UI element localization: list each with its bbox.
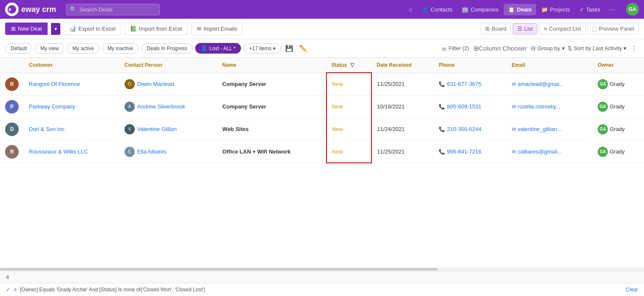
filter-label: Filter (2) <box>448 45 469 51</box>
save-view-button[interactable]: 💾 <box>284 43 295 54</box>
scrollbar-thumb[interactable] <box>0 268 438 270</box>
status-value: New <box>332 148 343 155</box>
filter-chip[interactable]: ⚌ Filter (2) <box>442 45 469 51</box>
export-excel-button[interactable]: 📊 Export to Excel <box>64 23 121 35</box>
nav-contacts[interactable]: 👤 Contacts <box>417 4 457 15</box>
customer-link[interactable]: Dorl & Son Inc <box>29 126 65 132</box>
column-chooser-button[interactable]: ⊞ Column Chooser <box>472 43 529 54</box>
import-emails-button[interactable]: ✉ Import Emails <box>191 23 243 35</box>
chevron-down-icon: ▾ <box>562 45 565 51</box>
export-icon: 📊 <box>69 26 76 32</box>
email-cell: ✉amaclead@gmai... <box>507 73 593 95</box>
email-icon: ✉ <box>512 81 516 87</box>
customer-link[interactable]: Rousseaux & Willis LLC <box>29 148 88 155</box>
email-link[interactable]: amaclead@gmai... <box>518 81 564 87</box>
contact-avatar: A <box>125 102 135 112</box>
filter-bar: Default My view My active My inactive De… <box>0 39 644 58</box>
filter-my-view[interactable]: My view <box>35 43 64 54</box>
group-by-chip[interactable]: ⊟ Group by ▾ <box>531 45 565 51</box>
customer-avatar: P <box>5 100 19 114</box>
avatar-initials: GA <box>629 6 636 12</box>
nav-companies[interactable]: 🏢 Companies <box>457 4 503 15</box>
more-options-button[interactable]: ⋮ <box>629 43 639 54</box>
new-deal-dropdown-button[interactable]: ▾ <box>51 23 60 35</box>
contact-person-cell: EElla Albares <box>119 140 217 163</box>
email-link[interactable]: calbares@gmail... <box>518 148 562 155</box>
filter-indicator-icon: ▽ <box>350 62 354 68</box>
board-view-button[interactable]: ⊞ Board <box>480 23 511 34</box>
list-view-button[interactable]: ☰ List <box>513 23 537 34</box>
search-input[interactable] <box>66 4 160 15</box>
table-row: RRangoni Of FlorenceOOwen MacleadCompany… <box>0 73 644 95</box>
filter-my-active[interactable]: My active <box>67 43 99 54</box>
app-logo[interactable]: e eway crm <box>5 3 56 16</box>
compact-list-button[interactable]: ≡ Compact List <box>539 23 585 34</box>
group-by-label: Group by <box>537 45 560 51</box>
nav-tasks[interactable]: ✓ Tasks <box>575 4 604 15</box>
new-deal-button[interactable]: ⊞ New Deal <box>5 23 48 35</box>
status-cell: New <box>326 140 372 163</box>
deal-name-cell: Web Sites <box>217 118 326 140</box>
col-customer[interactable]: Customer <box>24 58 119 73</box>
col-name[interactable]: Name <box>217 58 326 73</box>
toolbar: ⊞ New Deal ▾ 📊 Export to Excel 📗 Import … <box>0 19 644 39</box>
chevron-down-icon: ▾ <box>54 26 57 32</box>
customer-link[interactable]: Parkway Company <box>29 103 75 110</box>
phone-link[interactable]: 631-677-3675 <box>447 81 481 87</box>
email-icon: ✉ <box>512 126 516 132</box>
clear-filter-button[interactable]: Clear <box>626 287 638 293</box>
nav-home[interactable]: ⌂ <box>405 4 417 15</box>
check-icon: ✓ <box>6 287 10 293</box>
deal-name: Company Server <box>222 103 266 110</box>
col-date-received[interactable]: Date Received <box>372 58 434 73</box>
contact-link[interactable]: Owen Maclead <box>137 81 174 87</box>
phone-icon: 📞 <box>439 149 445 155</box>
owner-cell: GAGrady <box>593 73 644 95</box>
nav-more[interactable]: ⋯ <box>605 4 619 15</box>
filter-lost-all[interactable]: 👤 Lost - ALL * <box>195 43 241 54</box>
email-cell: ✉rozella.ostrosky... <box>507 95 593 118</box>
phone-link[interactable]: 956-841-7216 <box>447 148 481 155</box>
phone-icon: 📞 <box>439 104 445 110</box>
customer-avatar: D <box>5 122 19 136</box>
email-link[interactable]: valentine_gillian... <box>518 126 562 132</box>
col-owner[interactable]: Owner <box>593 58 644 73</box>
phone-link[interactable]: 805-609-1531 <box>447 103 481 110</box>
status-value: New <box>332 81 343 87</box>
count-bar: 4 <box>0 271 644 283</box>
contact-link[interactable]: Valentine Gillian <box>137 126 177 132</box>
owner-name: Grady <box>610 148 624 155</box>
col-contact-person[interactable]: Contact Person <box>119 58 217 73</box>
filter-default[interactable]: Default <box>5 43 32 54</box>
customer-link[interactable]: Rangoni Of Florence <box>29 81 80 87</box>
owner-avatar: GA <box>598 79 608 89</box>
col-email[interactable]: Email <box>507 58 593 73</box>
avatar[interactable]: GA <box>626 3 639 16</box>
nav-projects[interactable]: 📁 Projects <box>537 4 574 15</box>
sort-by-chip[interactable]: ⇅ Sort by Last Activity ▾ <box>567 45 627 51</box>
edit-view-button[interactable]: ✏️ <box>298 43 309 54</box>
col-avatar <box>0 58 24 73</box>
table-row: DDorl & Son IncVValentine GillianWeb Sit… <box>0 118 644 140</box>
filter-more-items[interactable]: +17 items ▾ <box>244 43 281 54</box>
filter-deals-in-progress[interactable]: Deals In Progress <box>141 43 193 54</box>
filter-my-inactive[interactable]: My inactive <box>102 43 139 54</box>
col-status[interactable]: Status ▽ <box>326 58 372 73</box>
import-excel-button[interactable]: 📗 Import from Excel <box>125 23 188 35</box>
preview-panel-button[interactable]: ⬚ Preview Panel <box>587 23 639 34</box>
date-received-cell: 11/25/2021 <box>372 73 434 95</box>
nav-contacts-label: Contacts <box>431 6 452 13</box>
contact-link[interactable]: Ella Albares <box>137 148 167 155</box>
phone-link[interactable]: 210-300-6244 <box>447 126 481 132</box>
contact-link[interactable]: Andrew Silverbrook <box>137 103 185 110</box>
horizontal-scrollbar[interactable] <box>0 268 644 271</box>
customer-avatar-cell: R <box>0 140 24 163</box>
contact-person-cell: AAndrew Silverbrook <box>119 95 217 118</box>
contact-avatar: E <box>125 147 135 157</box>
col-phone[interactable]: Phone <box>434 58 506 73</box>
nav-deals[interactable]: 📋 Deals <box>504 4 536 15</box>
contact-person-cell: VValentine Gillian <box>119 118 217 140</box>
email-link[interactable]: rozella.ostrosky... <box>518 103 560 110</box>
owner-cell: GAGrady <box>593 118 644 140</box>
contact-person-cell: OOwen Maclead <box>119 73 217 95</box>
